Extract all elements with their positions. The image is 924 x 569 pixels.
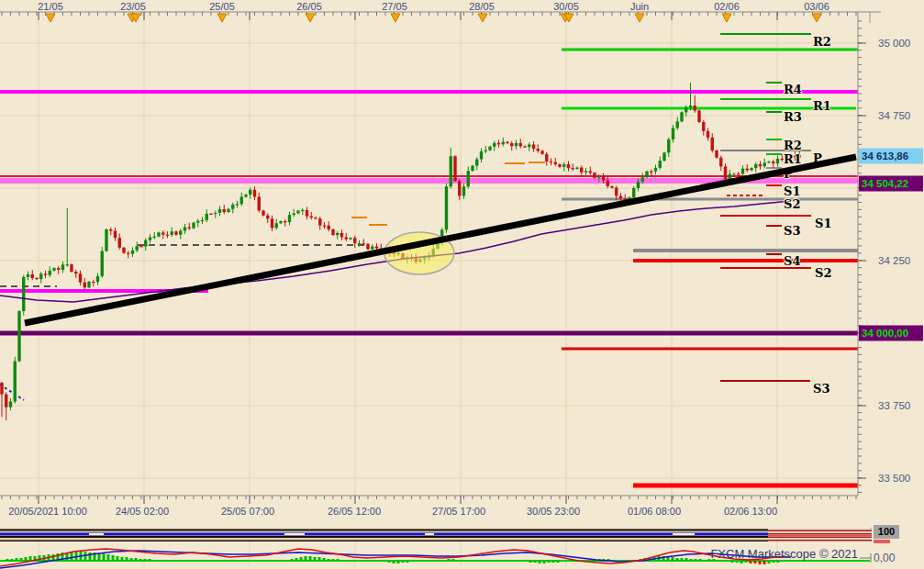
top-axis-date: 28/05 (469, 1, 495, 12)
pivot-label-s1: S1 (815, 218, 831, 229)
price-tick-label: 33 500 (878, 473, 910, 484)
top-axis-date: 03/06 (804, 1, 829, 12)
pivot-label-s2: S2 (784, 198, 800, 210)
bottom-axis-time: 26/05 12:00 (328, 506, 381, 517)
price-tick-label: 34 250 (878, 255, 910, 266)
oscillator-panel[interactable] (0, 549, 870, 568)
pivot-label-s1: S1 (784, 185, 800, 197)
price-tick-label: 33 750 (878, 400, 910, 411)
top-axis-date: 02/06 (714, 1, 740, 12)
pivot-label-r3: R3 (784, 111, 802, 123)
fxcm-marketscope-chart-window: R2R4R1R3R2PR1PS1S2S1S3S4S2S3 21/0523/052… (0, 0, 924, 569)
highlight-ellipse[interactable] (384, 232, 454, 274)
price-tick-label: 35 000 (878, 38, 910, 49)
candlesticks (0, 83, 801, 420)
top-axis-date: Juin (630, 1, 649, 12)
session-marker-triangles[interactable] (46, 14, 821, 22)
top-axis-date: 21/05 (38, 1, 63, 12)
trendline-overlay[interactable] (0, 0, 924, 569)
bottom-axis-time: 02/06 13:00 (724, 506, 777, 517)
chart-gridlines (0, 12, 858, 567)
top-axis-date: 26/05 (296, 1, 322, 12)
pivot-label-r2: R2 (813, 36, 831, 48)
price-badge: 34 504,22 (859, 176, 923, 192)
pivot-labels-layer: R2R4R1R3R2PR1PS1S2S1S3S4S2S3 (0, 0, 924, 569)
price-badge: 34 613,86 (859, 149, 923, 164)
dashed-annotation-lines[interactable] (0, 162, 545, 400)
price-badge: 34 000,00 (859, 326, 923, 341)
axis-rulers[interactable] (0, 12, 881, 563)
top-axis-date: 25/05 (209, 1, 235, 12)
sub-panel-red-underline (874, 540, 890, 543)
pivot-label-s3: S3 (813, 383, 829, 395)
support-resistance-lines[interactable] (0, 34, 858, 485)
pivot-label-r2: R2 (784, 139, 802, 151)
bottom-axis-time: 25/05 07:00 (221, 506, 274, 517)
pivot-label-s2: S2 (815, 267, 831, 279)
bottom-axis-time: 30/05 23:00 (527, 506, 580, 517)
fxcm-watermark: FXCM Marketscope © 2021 (710, 547, 858, 561)
pivot-label-p: P (813, 152, 822, 164)
pivot-label-r4: R4 (784, 84, 802, 95)
pivot-label-s4: S4 (784, 255, 800, 267)
pivot-label-r1: R1 (813, 100, 831, 112)
pivot-label-r1: R1 (784, 153, 802, 165)
sub-panel-max-label: 100 (874, 525, 899, 539)
black-trendline[interactable] (25, 157, 856, 323)
price-tick-label: 34 750 (878, 110, 910, 121)
moving-average-line[interactable] (0, 201, 791, 302)
bottom-axis-time: 24/05 02:00 (116, 506, 169, 517)
top-axis-date: 30/05 (553, 1, 579, 12)
top-axis-date: 23/05 (120, 1, 146, 12)
pivot-label-p: P (784, 168, 793, 180)
overview-ribbon[interactable] (0, 529, 872, 541)
top-axis-date: 27/05 (382, 1, 407, 12)
bottom-axis-time: 20/05/2021 10:00 (8, 506, 87, 517)
pivot-label-s3: S3 (784, 225, 800, 237)
sub-panel-value-label: 0,00 (874, 552, 895, 564)
bottom-axis-time: 27/05 17:00 (432, 506, 485, 517)
main-chart-canvas[interactable] (0, 0, 924, 569)
axis-text-layer: 21/0523/0525/0526/0527/0528/0530/05Juin0… (0, 0, 924, 569)
bottom-axis-time: 01/06 08:00 (628, 506, 681, 517)
